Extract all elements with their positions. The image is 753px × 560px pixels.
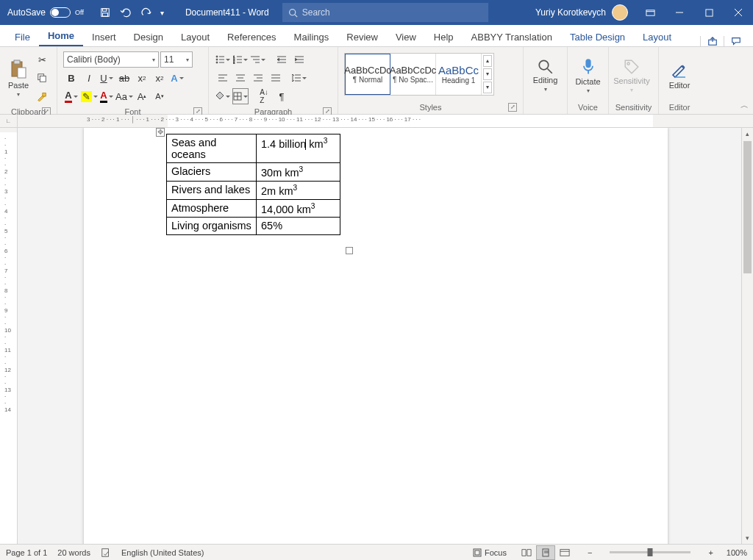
focus-mode-button[interactable]: Focus <box>473 548 507 557</box>
minimize-button[interactable] <box>665 0 694 25</box>
bullets-button[interactable] <box>215 51 231 68</box>
tab-references[interactable]: References <box>218 27 285 46</box>
table-cell[interactable]: Rivers and lakes <box>167 181 257 199</box>
font-color-button[interactable]: A <box>63 88 79 104</box>
sort-button[interactable]: A↓Z <box>256 88 272 104</box>
zoom-in-button[interactable]: + <box>705 548 715 557</box>
horizontal-ruler[interactable]: ∟ 3 · · · 2 · · · 1 · · · │ · · · 1 · · … <box>0 115 753 128</box>
table-cell[interactable]: Seas and oceans <box>167 134 257 163</box>
increase-indent-button[interactable] <box>291 51 307 68</box>
dictate-button[interactable]: Dictate ▾ <box>572 50 604 101</box>
search-box[interactable] <box>282 3 488 22</box>
user-account[interactable]: Yuriy Korotkevych <box>528 4 635 21</box>
scroll-down-button[interactable]: ▾ <box>742 532 753 544</box>
table-cell[interactable]: Atmosphere <box>167 199 257 218</box>
align-right-button[interactable] <box>250 70 266 86</box>
styles-launcher[interactable]: ⤢ <box>508 103 517 112</box>
maximize-button[interactable] <box>694 0 724 25</box>
change-case-button[interactable]: Aa <box>116 88 132 104</box>
bold-button[interactable]: B <box>63 70 79 86</box>
align-center-button[interactable] <box>232 70 249 86</box>
font-color2-button[interactable]: A <box>99 88 115 104</box>
ribbon-display-button[interactable] <box>635 0 665 25</box>
vertical-scrollbar[interactable]: ▴ ▾ <box>741 128 753 544</box>
table-cell[interactable]: Glaciers <box>167 163 257 182</box>
text-effects-button[interactable]: A <box>169 70 185 86</box>
underline-button[interactable]: U <box>99 70 115 86</box>
table-cell[interactable]: 30m km3 <box>257 163 340 182</box>
decrease-indent-button[interactable] <box>274 51 290 68</box>
table-row[interactable]: Seas and oceans 1.4 billion km3 <box>167 134 340 163</box>
share-button[interactable] <box>700 36 724 46</box>
status-language[interactable]: English (United States) <box>121 548 204 557</box>
tab-help[interactable]: Help <box>425 27 463 46</box>
tab-mailings[interactable]: Mailings <box>285 27 338 46</box>
table-cell[interactable]: 1.4 billion km3 <box>257 134 340 163</box>
tab-insert[interactable]: Insert <box>83 27 125 46</box>
qat-customize-button[interactable]: ▾ <box>157 3 168 22</box>
tab-review[interactable]: Review <box>338 27 387 46</box>
autosave-toggle[interactable]: AutoSave Off <box>0 7 91 18</box>
document-canvas[interactable]: ✥ Seas and oceans 1.4 billion km3 Glacie… <box>18 128 741 544</box>
status-page[interactable]: Page 1 of 1 <box>6 548 47 557</box>
redo-button[interactable] <box>137 3 156 22</box>
read-mode-button[interactable] <box>517 545 536 560</box>
table-cell[interactable]: Living organisms <box>167 218 257 235</box>
vertical-ruler[interactable]: ··1··2··3··4··5··6··7··8··9··10··11··12·… <box>0 128 18 544</box>
scroll-thumb[interactable] <box>743 141 752 273</box>
table-move-handle[interactable]: ✥ <box>156 128 165 137</box>
style-normal[interactable]: AaBbCcDc¶ Normal <box>345 54 390 95</box>
zoom-level[interactable]: 100% <box>727 548 747 557</box>
table-cell[interactable]: 65% <box>257 218 340 235</box>
tab-selector[interactable]: ∟ <box>0 115 18 127</box>
numbering-button[interactable]: 123 <box>232 51 249 68</box>
proofing-icon[interactable] <box>101 548 111 558</box>
zoom-slider[interactable] <box>610 551 690 553</box>
style-heading1[interactable]: AaBbCcHeading 1 <box>436 54 482 95</box>
shading-button[interactable] <box>215 88 231 104</box>
show-marks-button[interactable]: ¶ <box>274 88 290 104</box>
document-table[interactable]: Seas and oceans 1.4 billion km3 Glaciers… <box>166 134 340 235</box>
borders-button[interactable] <box>232 88 249 104</box>
superscript-button[interactable]: x2 <box>151 70 168 86</box>
tab-layout[interactable]: Layout <box>172 27 218 46</box>
print-layout-button[interactable] <box>536 545 555 560</box>
table-row[interactable]: Glaciers 30m km3 <box>167 163 340 182</box>
subscript-button[interactable]: x2 <box>134 70 150 86</box>
page[interactable]: ✥ Seas and oceans 1.4 billion km3 Glacie… <box>84 128 668 544</box>
font-size-combo[interactable]: 11▾ <box>160 51 193 68</box>
styles-scroll-up[interactable]: ▴ <box>483 55 492 67</box>
line-spacing-button[interactable] <box>291 70 307 86</box>
format-painter-button[interactable] <box>34 88 50 104</box>
copy-button[interactable] <box>34 70 50 86</box>
tab-abbyy[interactable]: ABBYY Translation <box>463 27 561 46</box>
editing-button[interactable]: Editing ▾ <box>528 50 563 101</box>
style-no-spacing[interactable]: AaBbCcDc¶ No Spac... <box>390 54 436 95</box>
table-row[interactable]: Rivers and lakes 2m km3 <box>167 181 340 199</box>
table-cell[interactable]: 2m km3 <box>257 181 340 199</box>
styles-scroll-down[interactable]: ▾ <box>483 68 492 80</box>
editor-button[interactable]: Editor <box>663 50 696 101</box>
zoom-out-button[interactable]: − <box>585 548 595 557</box>
collapse-ribbon-button[interactable]: ︿ <box>740 100 749 111</box>
scroll-up-button[interactable]: ▴ <box>742 128 753 140</box>
table-row[interactable]: Atmosphere 14,000 km3 <box>167 199 340 218</box>
tab-home[interactable]: Home <box>39 26 83 46</box>
table-cell[interactable]: 14,000 km3 <box>257 199 340 218</box>
multilevel-button[interactable] <box>250 51 266 68</box>
close-button[interactable] <box>724 0 753 25</box>
status-words[interactable]: 20 words <box>57 548 90 557</box>
tab-table-layout[interactable]: Layout <box>634 27 680 46</box>
web-layout-button[interactable] <box>555 545 574 560</box>
highlight-button[interactable]: ✎ <box>81 88 97 104</box>
search-input[interactable] <box>302 7 482 18</box>
tab-view[interactable]: View <box>387 27 425 46</box>
strikethrough-button[interactable]: ab <box>116 70 132 86</box>
tab-file[interactable]: File <box>6 27 39 46</box>
undo-button[interactable] <box>116 3 135 22</box>
table-row[interactable]: Living organisms 65% <box>167 218 340 235</box>
comments-button[interactable] <box>724 36 747 46</box>
cut-button[interactable]: ✂ <box>34 51 50 68</box>
zoom-thumb[interactable] <box>648 548 653 556</box>
align-left-button[interactable] <box>215 70 231 86</box>
